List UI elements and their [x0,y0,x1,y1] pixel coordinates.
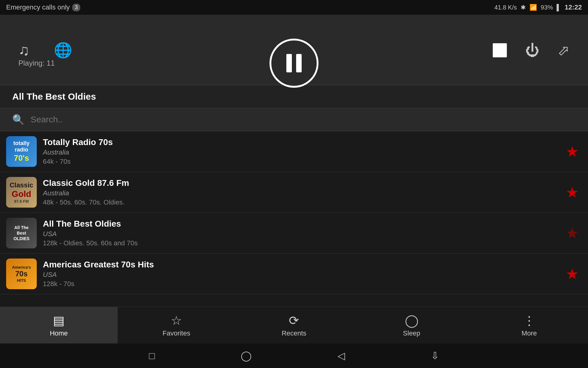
list-item[interactable]: Classic Gold 87.6 FM Classic Gold 87.6 F… [0,172,588,213]
station-logo-oldies: All The Best OLDIES [6,218,37,248]
station-bitrate: 128k - Oldies. 50s. 60s and 70s [43,239,556,247]
favorites-icon: ☆ [171,313,182,328]
nav-item-sleep[interactable]: ◯ Sleep [353,307,470,343]
pause-icon [286,54,302,72]
player-left-controls: ♫ 🌐 [18,42,72,59]
pause-button[interactable] [270,39,318,88]
share-icon[interactable]: ⬀ [558,42,570,59]
nav-more-label: More [522,329,537,337]
list-item[interactable]: All The Best OLDIES All The Best Oldies … [0,213,588,254]
pause-bar-left [286,54,292,72]
nav-recents-label: Recents [282,329,307,337]
now-playing-station-name: All The Best Oldies [12,91,576,102]
nav-item-recents[interactable]: ⟳ Recents [235,307,353,343]
battery-percent: 93% [541,4,553,11]
status-bar: Emergency calls only 3 41.8 K/s ✱ 📶 93% … [0,0,588,15]
nav-sleep-label: Sleep [403,329,420,337]
playing-label: Playing: 11 [18,59,55,67]
player-header: ♫ 🌐 ⏻ ⬀ Playing: 11 [0,15,588,85]
favorite-star[interactable]: ★ [563,221,582,245]
home-button[interactable]: ◯ [241,350,252,362]
recent-apps-button[interactable]: □ [149,350,155,362]
download-button[interactable]: ⇩ [431,350,439,362]
globe-icon: 🌐 [54,42,72,59]
back-button[interactable]: ◁ [337,350,345,362]
system-nav: □ ◯ ◁ ⇩ [0,343,588,368]
station-country: USA [43,230,556,238]
station-country: Australia [43,148,556,156]
station-info: Americas Greatest 70s Hits USA 128k - 70… [43,260,556,288]
network-speed: 41.8 K/s [494,4,517,11]
home-icon: ▤ [53,313,65,328]
nav-item-favorites[interactable]: ☆ Favorites [118,307,235,343]
station-country: USA [43,271,556,279]
nav-home-label: Home [50,329,68,337]
emergency-text: Emergency calls only [6,3,70,11]
station-title-bar: All The Best Oldies [0,85,588,108]
bottom-nav: ▤ Home ☆ Favorites ⟳ Recents ◯ Sleep ⋮ M… [0,307,588,343]
station-name: Americas Greatest 70s Hits [43,260,556,270]
sleep-icon: ◯ [405,313,419,328]
list-item[interactable]: totally radio 70's Totally Radio 70s Aus… [0,131,588,172]
more-icon: ⋮ [523,313,535,328]
player-right-controls: ⏻ ⬀ [493,42,570,59]
station-country: Australia [43,189,556,197]
station-info: All The Best Oldies USA 128k - Oldies. 5… [43,219,556,247]
nav-item-more[interactable]: ⋮ More [470,307,588,343]
favorite-star[interactable]: ★ [563,140,582,163]
list-item[interactable]: America's 70s HITS Americas Greatest 70s… [0,254,588,294]
status-right: 41.8 K/s ✱ 📶 93% ▌ 12:22 [494,3,582,11]
station-logo-70s: totally radio 70's [6,136,37,167]
power-icon[interactable]: ⏻ [525,42,539,59]
battery-icon: ▌ [557,4,561,11]
station-bitrate: 128k - 70s [43,280,556,288]
station-name: All The Best Oldies [43,219,556,229]
radio-list: totally radio 70's Totally Radio 70s Aus… [0,131,588,294]
music-icon: ♫ [18,42,29,59]
clock: 12:22 [565,3,582,11]
station-name: Totally Radio 70s [43,137,556,147]
search-icon: 🔍 [12,114,24,125]
station-logo-americas: America's 70s HITS [6,259,37,289]
nav-item-home[interactable]: ▤ Home [0,307,118,343]
favorite-star[interactable]: ★ [563,181,582,204]
search-bar[interactable]: 🔍 [0,108,588,131]
station-bitrate: 64k - 70s [43,158,556,166]
station-bitrate: 48k - 50s. 60s. 70s. Oldies. [43,198,556,206]
favorite-star[interactable]: ★ [563,262,582,286]
recents-icon: ⟳ [289,313,299,328]
station-info: Totally Radio 70s Australia 64k - 70s [43,137,556,166]
station-logo-classic: Classic Gold 87.6 FM [6,177,37,208]
station-info: Classic Gold 87.6 Fm Australia 48k - 50s… [43,178,556,206]
pause-bar-right [296,54,302,72]
wifi-icon: 📶 [530,4,537,11]
nav-favorites-label: Favorites [163,329,190,337]
search-input[interactable] [31,115,576,125]
stop-icon[interactable] [493,43,507,57]
bluetooth-icon: ✱ [521,4,526,11]
emergency-text-container: Emergency calls only 3 [6,3,80,11]
notification-badge: 3 [72,4,80,11]
station-name: Classic Gold 87.6 Fm [43,178,556,188]
